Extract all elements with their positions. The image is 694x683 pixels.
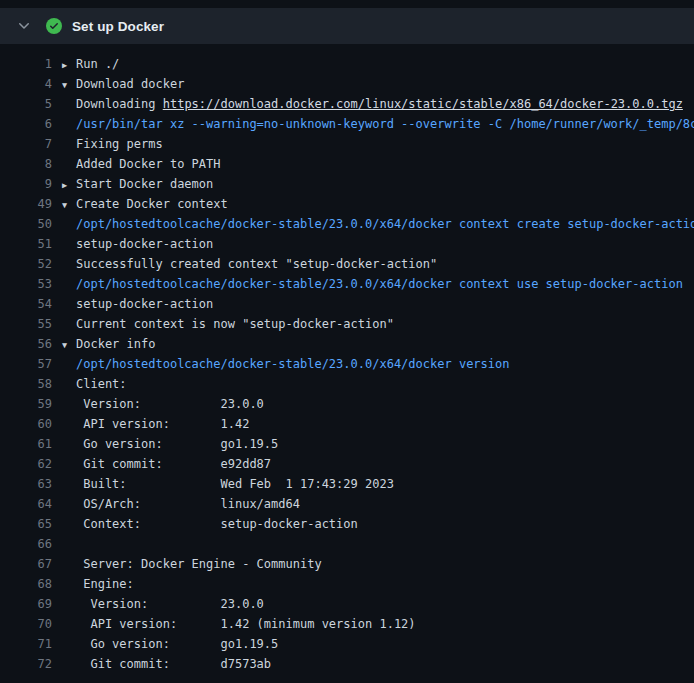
line-number[interactable]: 8 <box>0 154 52 174</box>
group-expanded-icon[interactable]: ▼ <box>62 75 76 94</box>
log-line: 62 Git commit: e92dd87 <box>0 454 694 474</box>
line-number[interactable]: 54 <box>0 294 52 314</box>
log-line: 52Successfully created context "setup-do… <box>0 254 694 274</box>
log-line: 60 API version: 1.42 <box>0 414 694 434</box>
line-number[interactable]: 67 <box>0 554 52 574</box>
line-number[interactable]: 58 <box>0 374 52 394</box>
log-text: /opt/hostedtoolcache/docker-stable/23.0.… <box>76 214 694 234</box>
line-number[interactable]: 52 <box>0 254 52 274</box>
line-number[interactable]: 63 <box>0 474 52 494</box>
log-text: setup-docker-action <box>76 234 213 254</box>
line-number[interactable]: 64 <box>0 494 52 514</box>
log-text: OS/Arch: linux/amd64 <box>76 494 300 514</box>
line-number[interactable]: 55 <box>0 314 52 334</box>
log-text: /opt/hostedtoolcache/docker-stable/23.0.… <box>76 274 683 294</box>
log-line[interactable]: 9▶Start Docker daemon <box>0 174 694 194</box>
log-line: 59 Version: 23.0.0 <box>0 394 694 414</box>
log-line: 5Downloading https://download.docker.com… <box>0 94 694 114</box>
log-line: 6/usr/bin/tar xz --warning=no-unknown-ke… <box>0 114 694 134</box>
log-line: 72 Git commit: d7573ab <box>0 654 694 674</box>
log-text: Download docker <box>76 74 184 94</box>
line-number[interactable]: 68 <box>0 574 52 594</box>
log-text: Create Docker context <box>76 194 228 214</box>
group-expanded-icon[interactable]: ▼ <box>62 335 76 354</box>
line-number[interactable]: 71 <box>0 634 52 654</box>
log-text: Engine: <box>76 574 134 594</box>
log-line: 50/opt/hostedtoolcache/docker-stable/23.… <box>0 214 694 234</box>
line-number[interactable]: 1 <box>0 54 52 74</box>
log-text: /usr/bin/tar xz --warning=no-unknown-key… <box>76 114 694 134</box>
log-link[interactable]: https://download.docker.com/linux/static… <box>163 94 683 114</box>
log-text: Fixing perms <box>76 134 163 154</box>
line-number[interactable]: 50 <box>0 214 52 234</box>
line-number[interactable]: 59 <box>0 394 52 414</box>
line-number[interactable]: 61 <box>0 434 52 454</box>
actions-log-page: Set up Docker 1▶Run ./4▼Download docker5… <box>0 0 694 683</box>
line-number[interactable]: 5 <box>0 94 52 114</box>
group-collapsed-icon[interactable]: ▶ <box>62 55 76 74</box>
log-text: Built: Wed Feb 1 17:43:29 2023 <box>76 474 394 494</box>
step-title: Set up Docker <box>72 19 164 34</box>
log-line: 57/opt/hostedtoolcache/docker-stable/23.… <box>0 354 694 374</box>
step-header[interactable]: Set up Docker <box>0 8 694 44</box>
line-number[interactable]: 51 <box>0 234 52 254</box>
log-text: API version: 1.42 <box>76 414 249 434</box>
log-text: Server: Docker Engine - Community <box>76 554 322 574</box>
log-text: Run ./ <box>76 54 119 74</box>
line-number[interactable]: 60 <box>0 414 52 434</box>
line-number[interactable]: 72 <box>0 654 52 674</box>
line-number[interactable]: 65 <box>0 514 52 534</box>
log-line: 58Client: <box>0 374 694 394</box>
log-text: Go version: go1.19.5 <box>76 634 278 654</box>
log-line: 66 <box>0 534 694 554</box>
log-text: Added Docker to PATH <box>76 154 221 174</box>
log-line: 54setup-docker-action <box>0 294 694 314</box>
line-number[interactable]: 9 <box>0 174 52 194</box>
log-line: 61 Go version: go1.19.5 <box>0 434 694 454</box>
line-number[interactable]: 7 <box>0 134 52 154</box>
log-line: 55Current context is now "setup-docker-a… <box>0 314 694 334</box>
log-line: 69 Version: 23.0.0 <box>0 594 694 614</box>
line-number[interactable]: 66 <box>0 534 52 554</box>
group-expanded-icon[interactable]: ▼ <box>62 195 76 214</box>
line-number[interactable]: 49 <box>0 194 52 214</box>
line-number[interactable]: 69 <box>0 594 52 614</box>
log-line: 63 Built: Wed Feb 1 17:43:29 2023 <box>0 474 694 494</box>
line-number[interactable]: 53 <box>0 274 52 294</box>
line-number[interactable]: 62 <box>0 454 52 474</box>
log-line: 8Added Docker to PATH <box>0 154 694 174</box>
log-text: Successfully created context "setup-dock… <box>76 254 437 274</box>
log-line[interactable]: 56▼Docker info <box>0 334 694 354</box>
log-line[interactable]: 1▶Run ./ <box>0 54 694 74</box>
line-number[interactable]: 70 <box>0 614 52 634</box>
log-text: Git commit: e92dd87 <box>76 454 271 474</box>
line-number[interactable]: 56 <box>0 334 52 354</box>
log-line[interactable]: 49▼Create Docker context <box>0 194 694 214</box>
log-text: Context: setup-docker-action <box>76 514 358 534</box>
log-text: API version: 1.42 (minimum version 1.12) <box>76 614 416 634</box>
top-spacer <box>0 0 694 8</box>
log-line: 68 Engine: <box>0 574 694 594</box>
log-line[interactable]: 4▼Download docker <box>0 74 694 94</box>
log-line: 53/opt/hostedtoolcache/docker-stable/23.… <box>0 274 694 294</box>
log-text: Git commit: d7573ab <box>76 654 271 674</box>
line-number[interactable]: 4 <box>0 74 52 94</box>
log-line: 7Fixing perms <box>0 134 694 154</box>
log-text: Go version: go1.19.5 <box>76 434 278 454</box>
check-circle-icon <box>46 18 62 34</box>
log-line: 65 Context: setup-docker-action <box>0 514 694 534</box>
log-text: Docker info <box>76 334 155 354</box>
log-line: 64 OS/Arch: linux/amd64 <box>0 494 694 514</box>
chevron-down-icon[interactable] <box>16 18 32 34</box>
log-line: 71 Go version: go1.19.5 <box>0 634 694 654</box>
line-number[interactable]: 57 <box>0 354 52 374</box>
line-number[interactable]: 6 <box>0 114 52 134</box>
log-text: Client: <box>76 374 127 394</box>
log-text: Current context is now "setup-docker-act… <box>76 314 394 334</box>
log-text: Start Docker daemon <box>76 174 213 194</box>
log-line: 70 API version: 1.42 (minimum version 1.… <box>0 614 694 634</box>
group-collapsed-icon[interactable]: ▶ <box>62 175 76 194</box>
log-text: /opt/hostedtoolcache/docker-stable/23.0.… <box>76 354 509 374</box>
log-text: Version: 23.0.0 <box>76 594 264 614</box>
log-text: Downloading <box>76 94 163 114</box>
